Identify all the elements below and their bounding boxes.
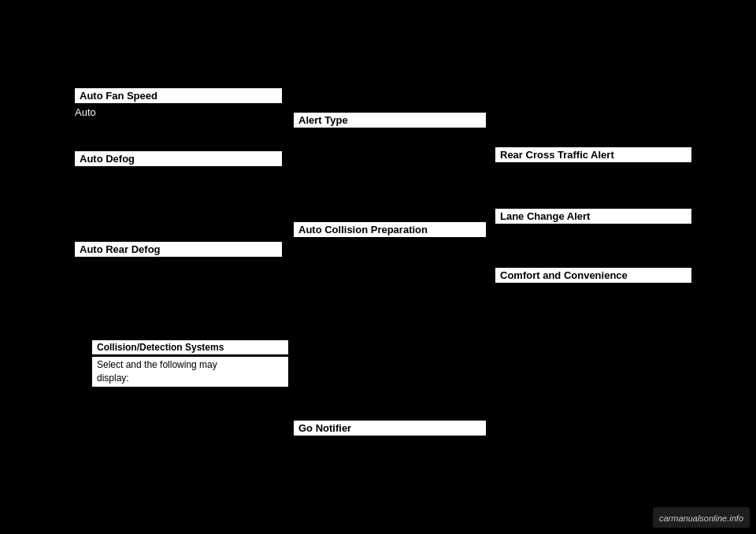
auto-fan-speed-value: Auto	[75, 106, 96, 120]
page-content: Auto Fan Speed Auto Alert Type Auto Defo…	[0, 0, 756, 534]
go-notifier-label[interactable]: Go Notifier	[294, 421, 486, 436]
comfort-and-convenience-label[interactable]: Comfort and Convenience	[495, 268, 691, 283]
auto-rear-defog-label[interactable]: Auto Rear Defog	[75, 242, 282, 257]
rear-cross-traffic-alert-label[interactable]: Rear Cross Traffic Alert	[495, 147, 691, 162]
lane-change-alert-label[interactable]: Lane Change Alert	[495, 209, 691, 224]
collision-detection-systems-label[interactable]: Collision/Detection Systems	[92, 340, 288, 354]
alert-type-label[interactable]: Alert Type	[294, 113, 486, 128]
collision-desc-text: Select and the following maydisplay:	[92, 357, 288, 387]
watermark: carmanualsonline.info	[653, 507, 750, 528]
auto-collision-preparation-label[interactable]: Auto Collision Preparation	[294, 222, 486, 237]
watermark-text: carmanualsonline.info	[659, 514, 743, 523]
auto-fan-speed-label[interactable]: Auto Fan Speed	[75, 88, 282, 103]
auto-defog-label[interactable]: Auto Defog	[75, 151, 282, 166]
